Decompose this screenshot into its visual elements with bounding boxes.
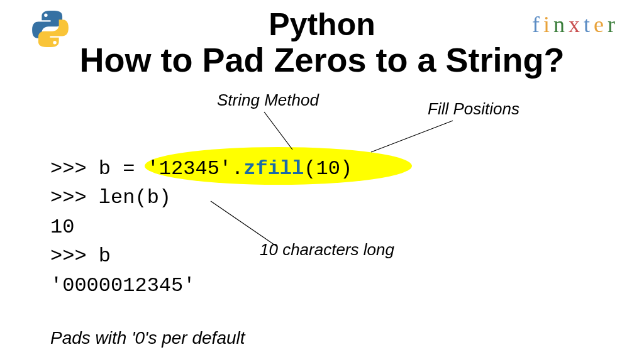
brand-letter: e xyxy=(594,11,608,38)
finxter-logo: finxter xyxy=(532,11,619,38)
brand-letter: n xyxy=(553,11,569,38)
code-block: >>> b = '12345'.zfill(10) >>> len(b) 10 … xyxy=(50,155,352,300)
brand-letter: t xyxy=(584,11,594,38)
python-logo-icon xyxy=(31,10,69,48)
code-line-5: '0000012345' xyxy=(50,272,352,300)
annotation-string-method: String Method xyxy=(217,90,319,110)
code-line-4: >>> b xyxy=(50,242,352,271)
svg-line-0 xyxy=(264,112,292,150)
svg-line-1 xyxy=(371,121,453,152)
code-line-1: >>> b = '12345'.zfill(10) xyxy=(50,155,352,184)
code-line-2: >>> len(b) xyxy=(50,184,352,212)
code-text: >>> b = '12345'. xyxy=(50,157,243,180)
brand-letter: x xyxy=(569,11,584,38)
annotation-fill-positions: Fill Positions xyxy=(428,99,519,119)
brand-letter: r xyxy=(608,11,619,38)
code-method-name: zfill xyxy=(243,157,304,180)
code-line-3: 10 xyxy=(50,213,352,242)
code-text: (10) xyxy=(304,157,352,180)
annotation-pads-default: Pads with '0's per default xyxy=(50,328,245,348)
title-line2: How to Pad Zeros to a String? xyxy=(0,40,644,79)
brand-letter: i xyxy=(543,11,553,38)
brand-letter: f xyxy=(532,11,543,38)
